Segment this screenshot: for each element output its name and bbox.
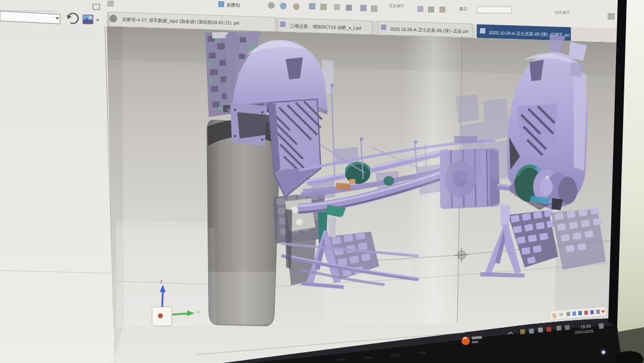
svg-text:备注: 备注	[459, 6, 467, 11]
svg-text:新建组: 新建组	[227, 2, 240, 8]
svg-text:中: 中	[559, 312, 564, 318]
svg-text:页面属性: 页面属性	[389, 4, 405, 8]
svg-text:15:26: 15:26	[581, 324, 592, 329]
svg-text:组件属性: 组件属性	[555, 10, 571, 14]
svg-text:S: S	[552, 312, 557, 319]
